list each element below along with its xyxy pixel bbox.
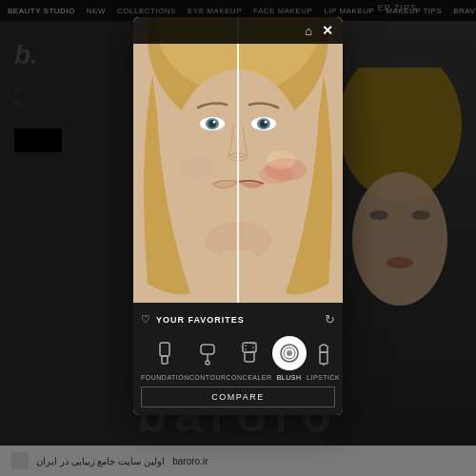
blush-label: BLUSH [277, 374, 302, 381]
svg-point-16 [265, 121, 268, 124]
foundation-icon [154, 341, 175, 366]
blush-icon-wrap [272, 336, 307, 370]
concealer-label: CONCEALER [227, 374, 272, 381]
product-lipstick[interactable]: LIPSTICK [307, 336, 341, 381]
refresh-icon[interactable]: ↻ [325, 312, 335, 327]
product-contour[interactable]: CONTOUR [189, 336, 227, 381]
lipstick-icon [317, 341, 330, 366]
favorites-row: ♡ YOUR FAVORITES ↻ [141, 312, 335, 327]
before-after-image [133, 17, 343, 303]
svg-rect-25 [162, 356, 168, 364]
product-blush[interactable]: BLUSH [272, 336, 307, 381]
modal-header: ⌂ ✕ [133, 17, 343, 44]
svg-rect-26 [201, 345, 214, 354]
modal-overlay: ⌂ ✕ [0, 0, 476, 476]
heart-icon: ♡ [141, 313, 150, 326]
virtual-tryon-modal: ⌂ ✕ [133, 17, 343, 415]
svg-point-34 [287, 350, 292, 356]
close-icon[interactable]: ✕ [322, 23, 333, 38]
svg-rect-24 [160, 343, 169, 356]
blush-icon [278, 342, 301, 365]
products-row: FOUNDATION CONTOUR [141, 336, 335, 381]
product-foundation[interactable]: FOUNDATION [141, 336, 189, 381]
svg-point-21 [181, 158, 215, 177]
concealer-icon-wrap [232, 336, 267, 370]
svg-rect-31 [245, 352, 254, 362]
before-after-divider [237, 17, 239, 303]
contour-icon-wrap [190, 336, 225, 370]
svg-rect-35 [320, 352, 327, 364]
home-icon[interactable]: ⌂ [305, 24, 312, 38]
contour-label: CONTOUR [189, 374, 227, 381]
product-concealer[interactable]: CONCEALER [227, 336, 272, 381]
svg-rect-29 [243, 343, 256, 352]
svg-point-20 [267, 150, 295, 169]
svg-point-12 [213, 121, 216, 124]
svg-point-28 [206, 361, 209, 365]
compare-button[interactable]: COMPARE [141, 387, 335, 407]
svg-rect-30 [246, 343, 253, 352]
favorites-label: YOUR FAVORITES [156, 315, 245, 325]
lipstick-label: LIPSTICK [307, 374, 340, 381]
modal-bottom-panel: ♡ YOUR FAVORITES ↻ FOUNDATION [133, 303, 343, 415]
concealer-icon [239, 341, 260, 366]
foundation-label: FOUNDATION [141, 374, 189, 381]
favorites-left: ♡ YOUR FAVORITES [141, 313, 245, 326]
lipstick-icon-wrap [307, 336, 341, 370]
foundation-icon-wrap [148, 336, 182, 370]
contour-icon [197, 341, 218, 366]
